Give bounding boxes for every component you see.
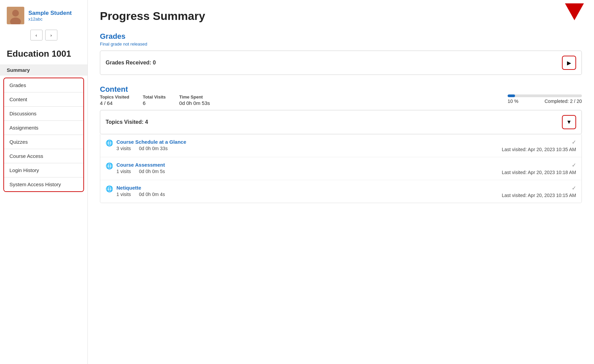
topic-visits: 1 visits xyxy=(116,169,131,174)
sidebar-item-discussions[interactable]: Discussions xyxy=(4,107,83,121)
check-icon: ✓ xyxy=(572,162,576,168)
sidebar-item-course-access[interactable]: Course Access xyxy=(4,149,83,163)
topics-bar-text: Topics Visited: 4 xyxy=(106,119,148,125)
topics-visited-bar: Topics Visited: 4 ▼ xyxy=(100,110,582,134)
sidebar-item-grades[interactable]: Grades xyxy=(4,78,83,92)
grades-section-subtitle: Final grade not released xyxy=(100,41,582,47)
content-section-title: Content xyxy=(100,85,582,94)
progress-completed: Completed: 2 / 20 xyxy=(544,99,582,104)
topic-time: 0d 0h 0m 5s xyxy=(139,169,165,174)
topic-meta: 1 visits 0d 0h 0m 5s xyxy=(116,169,498,174)
content-section: Content Topics Visited 4 / 64 Total Visi… xyxy=(100,85,582,203)
topics-expand-button[interactable]: ▼ xyxy=(562,115,576,129)
globe-icon: 🌐 xyxy=(106,162,113,170)
topic-visits: 1 visits xyxy=(116,192,131,197)
sidebar-item-content[interactable]: Content xyxy=(4,92,83,107)
grades-section-title: Grades xyxy=(100,32,582,41)
grades-bar: Grades Received: 0 ▶ xyxy=(100,51,582,75)
grades-section: Grades Final grade not released Grades R… xyxy=(100,32,582,75)
user-section: Sample Student x12abc xyxy=(0,7,87,30)
time-spent-label: Time Spent xyxy=(179,94,210,100)
topic-details: Course Schedule at a Glance 3 visits 0d … xyxy=(116,139,498,151)
red-arrow-down-icon xyxy=(565,3,584,20)
user-info: Sample Student x12abc xyxy=(28,10,72,22)
topic-time: 0d 0h 0m 4s xyxy=(139,192,165,197)
last-visited: Last visited: Apr 20, 2023 10:18 AM xyxy=(502,170,576,175)
prev-arrow-icon: ‹ xyxy=(35,33,37,38)
globe-icon: 🌐 xyxy=(106,139,113,147)
page-title: Progress Summary xyxy=(100,9,582,23)
last-visited: Last visited: Apr 20, 2023 10:15 AM xyxy=(502,193,576,198)
topic-name[interactable]: Netiquette xyxy=(116,185,498,191)
total-visits-stat: Total Visits 6 xyxy=(143,94,166,106)
time-spent-value: 0d 0h 0m 53s xyxy=(179,100,210,106)
time-spent-stat: Time Spent 0d 0h 0m 53s xyxy=(179,94,210,106)
check-icon: ✓ xyxy=(572,139,576,145)
topic-list: 🌐 Course Schedule at a Glance 3 visits 0… xyxy=(100,134,582,203)
sidebar-item-login-history[interactable]: Login History xyxy=(4,163,83,177)
sidebar-item-system-access-history[interactable]: System Access History xyxy=(4,177,83,191)
progress-area: 10 % Completed: 2 / 20 xyxy=(508,94,582,104)
topic-name[interactable]: Course Schedule at a Glance xyxy=(116,139,498,145)
progress-percent: 10 % xyxy=(508,99,518,104)
progress-labels: 10 % Completed: 2 / 20 xyxy=(508,99,582,104)
next-button[interactable]: › xyxy=(45,30,57,40)
nav-items-container: GradesContentDiscussionsAssignmentsQuizz… xyxy=(3,78,84,192)
topic-right: ✓ Last visited: Apr 20, 2023 10:18 AM xyxy=(502,162,576,175)
sidebar-item-assignments[interactable]: Assignments xyxy=(4,121,83,135)
topic-meta: 3 visits 0d 0h 0m 33s xyxy=(116,146,498,151)
progress-bar-fill xyxy=(508,94,515,97)
topic-meta: 1 visits 0d 0h 0m 4s xyxy=(116,192,498,197)
nav-arrows: ‹ › xyxy=(0,30,87,45)
svg-point-1 xyxy=(12,10,19,17)
topic-item: 🌐 Course Schedule at a Glance 3 visits 0… xyxy=(100,134,582,157)
course-title: Education 1001 xyxy=(0,45,87,64)
topic-time: 0d 0h 0m 33s xyxy=(139,146,168,151)
last-visited: Last visited: Apr 20, 2023 10:35 AM xyxy=(502,147,576,152)
topic-right: ✓ Last visited: Apr 20, 2023 10:35 AM xyxy=(502,139,576,152)
sidebar-item-quizzes[interactable]: Quizzes xyxy=(4,135,83,149)
topic-name[interactable]: Course Assessment xyxy=(116,162,498,168)
topic-details: Course Assessment 1 visits 0d 0h 0m 5s xyxy=(116,162,498,174)
content-stats: Topics Visited 4 / 64 Total Visits 6 Tim… xyxy=(100,94,582,106)
user-name: Sample Student xyxy=(28,10,72,17)
total-visits-value: 6 xyxy=(143,100,166,106)
red-arrow-indicator xyxy=(565,3,584,20)
topics-visited-label: Topics Visited xyxy=(100,94,129,100)
total-visits-label: Total Visits xyxy=(143,94,166,100)
grades-expand-button[interactable]: ▶ xyxy=(562,56,576,70)
user-id: x12abc xyxy=(28,17,72,22)
topic-item: 🌐 Course Assessment 1 visits 0d 0h 0m 5s… xyxy=(100,157,582,180)
next-arrow-icon: › xyxy=(50,33,52,38)
down-arrow-icon: ▼ xyxy=(566,119,572,125)
topic-details: Netiquette 1 visits 0d 0h 0m 4s xyxy=(116,185,498,197)
sidebar: Sample Student x12abc ‹ › Education 1001… xyxy=(0,0,88,364)
nav-section-header: Summary xyxy=(0,64,87,76)
topic-visits: 3 visits xyxy=(116,146,131,151)
topic-item: 🌐 Netiquette 1 visits 0d 0h 0m 4s ✓ Last… xyxy=(100,180,582,203)
right-arrow-icon: ▶ xyxy=(567,60,571,66)
globe-icon: 🌐 xyxy=(106,185,113,193)
grades-received-text: Grades Received: 0 xyxy=(106,60,156,66)
topics-visited-stat: Topics Visited 4 / 64 xyxy=(100,94,129,106)
topic-right: ✓ Last visited: Apr 20, 2023 10:15 AM xyxy=(502,185,576,198)
main-content: Progress Summary Grades Final grade not … xyxy=(88,0,594,364)
topics-visited-value: 4 / 64 xyxy=(100,100,129,106)
avatar xyxy=(7,7,24,24)
check-icon: ✓ xyxy=(572,185,576,191)
progress-bar-container xyxy=(508,94,582,97)
prev-button[interactable]: ‹ xyxy=(30,30,43,40)
